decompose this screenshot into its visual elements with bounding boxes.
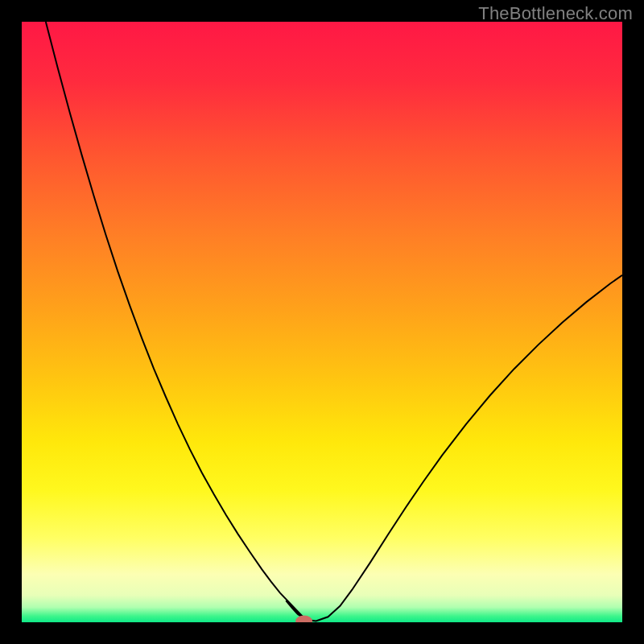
plot-area — [22, 22, 622, 622]
chart-frame: TheBottleneck.com — [0, 0, 644, 644]
bottleneck-chart — [22, 22, 622, 622]
gradient-background — [22, 22, 622, 622]
watermark-text: TheBottleneck.com — [478, 3, 633, 24]
